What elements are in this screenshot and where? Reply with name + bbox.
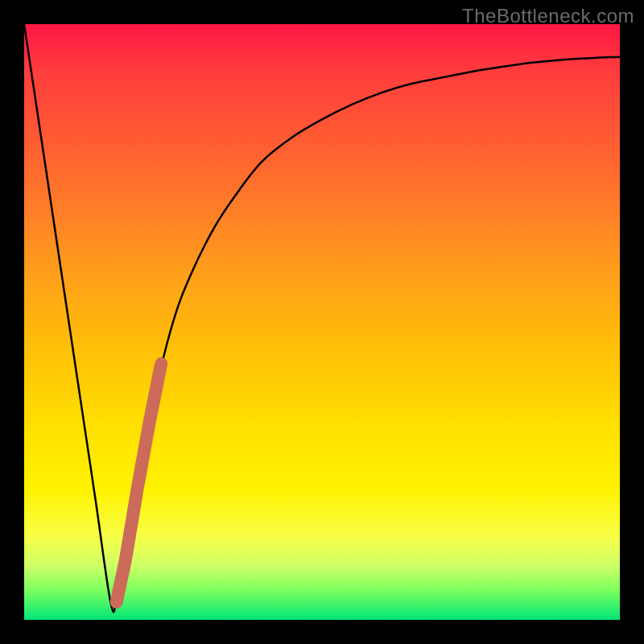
bottleneck-curve-path [24, 24, 620, 612]
highlight-segment-path [117, 364, 162, 602]
chart-frame: TheBottleneck.com [0, 0, 644, 644]
plot-area [24, 24, 620, 620]
chart-svg [24, 24, 620, 620]
